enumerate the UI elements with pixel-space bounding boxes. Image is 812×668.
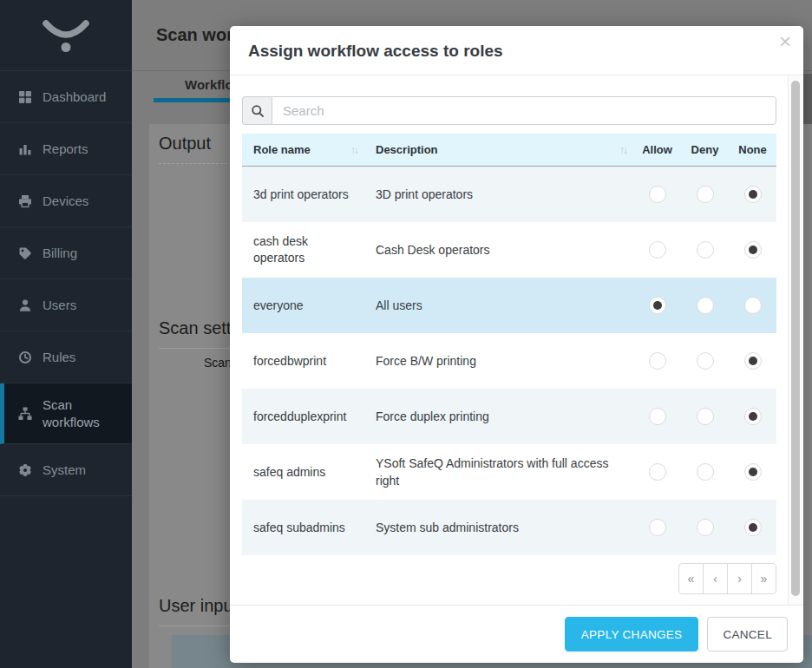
radio-allow[interactable]	[649, 408, 666, 425]
description-cell: Force B/W printing	[365, 352, 633, 370]
sidebar: Dashboard Reports Devices Billing Users …	[0, 0, 132, 668]
next-page-button[interactable]: ›	[727, 563, 752, 594]
sidebar-item-label: Scan workflows	[43, 396, 123, 431]
description-cell: Cash Desk operators	[365, 241, 633, 259]
sidebar-item-label: Dashboard	[43, 88, 106, 106]
modal-header: Assign workflow access to roles ×	[230, 26, 803, 75]
column-header-description[interactable]: Description ↑↓	[365, 143, 633, 156]
radio-allow[interactable]	[649, 297, 666, 314]
radio-allow[interactable]	[649, 463, 666, 481]
prev-page-button[interactable]: ‹	[703, 563, 728, 594]
role-name-cell: safeq admins	[242, 464, 365, 481]
sidebar-item-dashboard[interactable]: Dashboard	[0, 71, 132, 123]
scan-workflows-icon	[18, 407, 32, 421]
sort-icon: ↑↓	[350, 144, 357, 156]
sidebar-item-users[interactable]: Users	[0, 279, 132, 331]
table-row: forcedduplexprint Force duplex printing	[242, 389, 776, 444]
reports-icon	[18, 142, 32, 156]
rules-icon	[18, 350, 32, 364]
column-header-allow: Allow	[633, 143, 681, 156]
modal-scrollbar-track	[788, 76, 803, 605]
column-header-deny: Deny	[681, 143, 729, 156]
sidebar-item-label: Billing	[43, 245, 77, 262]
radio-none[interactable]	[744, 408, 762, 425]
table-row: 3d print operators 3D print operators	[242, 167, 776, 222]
scan-form-label: Scan	[204, 356, 232, 370]
radio-deny[interactable]	[697, 408, 714, 425]
radio-none[interactable]	[744, 297, 762, 314]
radio-none[interactable]	[744, 241, 762, 259]
radio-deny[interactable]	[697, 186, 714, 203]
sidebar-item-label: Reports	[43, 141, 88, 158]
users-icon	[18, 298, 32, 312]
billing-icon	[18, 246, 32, 260]
description-cell: Force duplex printing	[365, 408, 633, 425]
radio-deny[interactable]	[697, 241, 714, 259]
last-page-button[interactable]: »	[751, 563, 776, 594]
roles-table-header: Role name ↑↓ Description ↑↓ Allow Deny N…	[242, 134, 776, 167]
assign-roles-modal: Assign workflow access to roles × Role n…	[230, 26, 803, 663]
sidebar-item-label: Devices	[43, 193, 88, 210]
radio-allow[interactable]	[649, 186, 666, 203]
description-cell: System sub administrators	[365, 519, 633, 536]
table-row: safeq subadmins System sub administrator…	[242, 500, 776, 555]
description-cell: YSoft SafeQ Administrators with full acc…	[365, 455, 633, 489]
sidebar-item-system[interactable]: System	[0, 444, 132, 496]
cancel-button[interactable]: CANCEL	[707, 617, 788, 652]
sidebar-item-label: Users	[43, 297, 76, 314]
modal-scrollbar-thumb[interactable]	[791, 81, 800, 596]
pagination: «‹›»	[242, 563, 776, 594]
role-name-cell: forcedbwprint	[242, 353, 365, 370]
role-name-cell: forcedduplexprint	[242, 409, 365, 425]
description-cell: 3D print operators	[365, 186, 633, 203]
devices-icon	[18, 194, 32, 208]
radio-none[interactable]	[744, 519, 762, 536]
sidebar-item-billing[interactable]: Billing	[0, 227, 132, 279]
search-input[interactable]	[272, 96, 776, 125]
radio-allow[interactable]	[649, 519, 666, 536]
first-page-button[interactable]: «	[678, 563, 704, 594]
radio-allow[interactable]	[649, 352, 666, 370]
table-row: cash desk operators Cash Desk operators	[242, 222, 776, 278]
modal-body: Role name ↑↓ Description ↑↓ Allow Deny N…	[230, 76, 788, 605]
sidebar-item-rules[interactable]: Rules	[0, 331, 132, 383]
radio-none[interactable]	[744, 463, 762, 481]
radio-allow[interactable]	[649, 241, 666, 259]
role-name-cell: safeq subadmins	[242, 520, 365, 536]
role-name-cell: 3d print operators	[242, 187, 365, 203]
sidebar-item-scan-workflows[interactable]: Scan workflows	[0, 383, 132, 444]
description-cell: All users	[365, 297, 633, 314]
radio-deny[interactable]	[697, 297, 714, 314]
column-header-role-name[interactable]: Role name ↑↓	[242, 143, 365, 156]
logo	[0, 0, 132, 71]
system-icon	[18, 463, 32, 477]
sidebar-nav: Dashboard Reports Devices Billing Users …	[0, 71, 132, 496]
radio-none[interactable]	[744, 352, 762, 370]
ysoft-logo-icon	[39, 16, 93, 55]
radio-deny[interactable]	[697, 352, 714, 370]
radio-none[interactable]	[744, 186, 762, 203]
sidebar-item-reports[interactable]: Reports	[0, 123, 132, 175]
close-icon[interactable]: ×	[779, 31, 791, 52]
sidebar-item-devices[interactable]: Devices	[0, 175, 132, 227]
table-row: safeq admins YSoft SafeQ Administrators …	[242, 444, 776, 500]
role-name-cell: cash desk operators	[242, 233, 365, 266]
table-row: everyone All users	[242, 278, 776, 333]
search-bar	[242, 96, 776, 125]
role-name-cell: everyone	[242, 298, 365, 314]
sidebar-item-label: System	[43, 462, 86, 479]
sort-icon: ↑↓	[619, 144, 626, 156]
column-header-none: None	[729, 143, 776, 156]
radio-deny[interactable]	[697, 463, 714, 481]
table-row: forcedbwprint Force B/W printing	[242, 333, 776, 389]
modal-footer: APPLY CHANGES CANCEL	[230, 605, 803, 663]
roles-table: Role name ↑↓ Description ↑↓ Allow Deny N…	[242, 134, 776, 555]
radio-deny[interactable]	[697, 519, 714, 536]
modal-title: Assign workflow access to roles	[230, 26, 803, 76]
search-icon	[242, 96, 272, 125]
sidebar-item-label: Rules	[43, 349, 75, 366]
dashboard-icon	[18, 90, 32, 104]
apply-changes-button[interactable]: APPLY CHANGES	[565, 617, 699, 652]
